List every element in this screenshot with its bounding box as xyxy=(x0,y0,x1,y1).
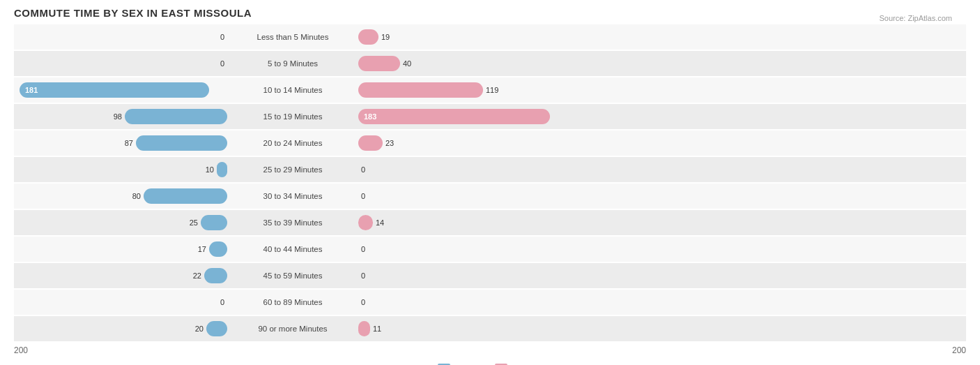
male-value: 10 xyxy=(206,165,214,174)
chart-row: 0 Less than 5 Minutes 19 xyxy=(14,24,966,50)
female-value-inside: 183 xyxy=(358,112,382,121)
source-label: Source: ZipAtlas.com xyxy=(879,14,952,22)
male-value: 87 xyxy=(125,139,133,147)
row-label: 45 to 59 Minutes xyxy=(230,271,355,280)
row-label: 30 to 34 Minutes xyxy=(230,192,355,200)
female-bar xyxy=(358,29,378,45)
row-label: 40 to 44 Minutes xyxy=(230,245,355,253)
male-value-inside: 181 xyxy=(20,86,43,94)
male-bar xyxy=(206,321,227,336)
chart-row: 98 15 to 19 Minutes 183 xyxy=(14,104,966,129)
male-bar xyxy=(217,162,227,177)
female-value: 0 xyxy=(361,298,365,306)
male-bar xyxy=(209,241,227,257)
left-section: 10 xyxy=(14,162,230,177)
female-value: 0 xyxy=(361,192,365,200)
male-bar xyxy=(144,188,227,204)
chart-row: 20 90 or more Minutes 11 xyxy=(14,316,966,341)
female-bar xyxy=(358,82,483,98)
chart-row: 17 40 to 44 Minutes 0 xyxy=(14,237,966,262)
right-section: 0 xyxy=(355,245,572,253)
male-bar xyxy=(136,135,227,151)
row-label: 90 or more Minutes xyxy=(230,325,355,333)
male-value: 22 xyxy=(193,271,201,280)
female-value: 23 xyxy=(385,139,394,147)
male-value: 0 xyxy=(220,33,224,41)
left-section: 0 xyxy=(14,59,230,68)
chart-row: 87 20 to 24 Minutes 23 xyxy=(14,131,966,156)
right-section: 0 xyxy=(355,271,572,280)
female-bar xyxy=(358,215,373,230)
left-section: 98 xyxy=(14,109,230,124)
chart-row: 10 25 to 29 Minutes 0 xyxy=(14,157,966,182)
left-section: 22 xyxy=(14,268,230,283)
male-value: 0 xyxy=(220,298,224,306)
female-bar xyxy=(358,56,400,71)
female-value: 14 xyxy=(376,218,384,227)
left-section: 0 xyxy=(14,33,230,41)
male-bar xyxy=(204,268,227,283)
female-value: 0 xyxy=(361,165,365,174)
right-section: 0 xyxy=(355,165,572,174)
male-value: 0 xyxy=(220,59,224,68)
chart-row: 181 10 to 14 Minutes 119 xyxy=(14,77,966,103)
row-label: 35 to 39 Minutes xyxy=(230,218,355,227)
row-label: 60 to 89 Minutes xyxy=(230,298,355,306)
chart-row: 25 35 to 39 Minutes 14 xyxy=(14,210,966,235)
female-bar xyxy=(358,321,370,336)
male-value: 98 xyxy=(114,112,122,121)
chart-title: COMMUTE TIME BY SEX IN EAST MISSOULA xyxy=(14,7,966,19)
female-value: 19 xyxy=(381,33,390,41)
right-section: 0 xyxy=(355,192,572,200)
row-label: 5 to 9 Minutes xyxy=(230,59,355,68)
female-value: 40 xyxy=(403,59,411,68)
row-label: Less than 5 Minutes xyxy=(230,33,355,41)
right-section: 19 xyxy=(355,29,572,45)
right-section: 183 xyxy=(355,109,572,124)
right-section: 11 xyxy=(355,321,572,336)
left-section: 181 xyxy=(14,82,230,98)
male-value: 80 xyxy=(132,192,141,200)
chart-row: 0 60 to 89 Minutes 0 xyxy=(14,290,966,315)
male-bar xyxy=(201,215,227,230)
right-section: 14 xyxy=(355,215,572,230)
left-section: 25 xyxy=(14,215,230,230)
female-bar xyxy=(358,135,383,151)
male-bar: 181 xyxy=(20,82,209,98)
right-section: 119 xyxy=(355,82,572,98)
right-section: 40 xyxy=(355,56,572,71)
chart-row: 0 5 to 9 Minutes 40 xyxy=(14,51,966,76)
chart-row: 22 45 to 59 Minutes 0 xyxy=(14,263,966,288)
female-bar: 183 xyxy=(358,109,550,124)
left-section: 87 xyxy=(14,135,230,151)
left-section: 20 xyxy=(14,321,230,336)
right-section: 0 xyxy=(355,298,572,306)
right-section: 23 xyxy=(355,135,572,151)
left-section: 17 xyxy=(14,241,230,257)
female-value: 119 xyxy=(486,86,498,94)
female-value: 11 xyxy=(373,325,381,333)
row-label: 10 to 14 Minutes xyxy=(230,86,355,94)
row-label: 25 to 29 Minutes xyxy=(230,165,355,174)
left-section: 80 xyxy=(14,188,230,204)
chart-row: 80 30 to 34 Minutes 0 xyxy=(14,184,966,209)
chart-area: 0 Less than 5 Minutes 19 0 5 to 9 Minute… xyxy=(14,24,966,341)
female-value: 0 xyxy=(361,271,365,280)
male-value: 20 xyxy=(195,325,204,333)
female-value: 0 xyxy=(361,245,365,253)
male-bar xyxy=(125,109,227,124)
axis-row: 200 200 xyxy=(14,343,966,361)
left-section: 0 xyxy=(14,298,230,306)
axis-right: 200 xyxy=(952,345,966,355)
row-label: 20 to 24 Minutes xyxy=(230,139,355,147)
row-label: 15 to 19 Minutes xyxy=(230,112,355,121)
male-value: 17 xyxy=(198,245,206,253)
axis-left: 200 xyxy=(14,345,28,355)
male-value: 25 xyxy=(190,218,198,227)
